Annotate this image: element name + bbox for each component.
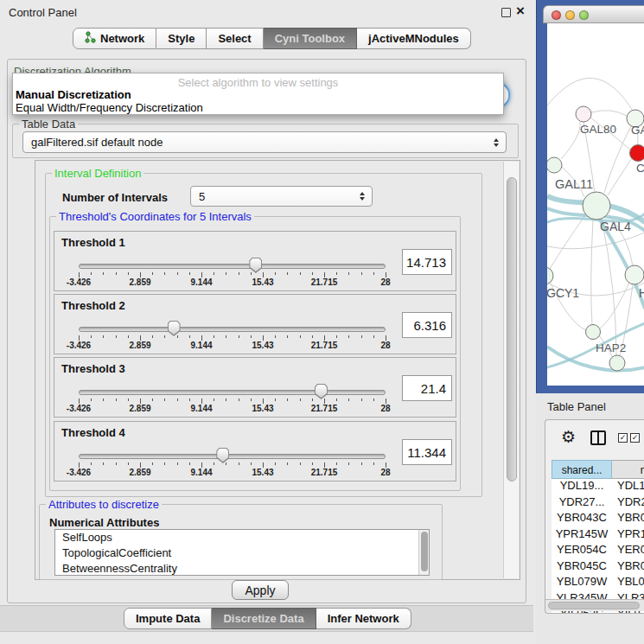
number-of-intervals-value: 5 [199, 190, 205, 203]
network-edge[interactable] [547, 78, 634, 112]
network-node[interactable] [547, 157, 562, 173]
close-icon[interactable]: × [516, 3, 525, 20]
tab-network[interactable]: Network [73, 28, 156, 49]
bottom-tab-infer-network[interactable]: Infer Network [316, 608, 411, 629]
network-edge[interactable] [604, 126, 631, 193]
attributes-list-scrollbar[interactable] [418, 530, 429, 575]
tick-label: 15.43 [252, 277, 273, 287]
name-cell[interactable]: YER0 [612, 543, 644, 559]
network-edge[interactable] [561, 122, 580, 159]
vertical-scrollbar[interactable] [503, 162, 519, 578]
minimize-traffic-light-icon[interactable] [565, 10, 575, 20]
attribute-item[interactable]: SelfLoops [55, 530, 429, 545]
checkbox-checked-icon[interactable]: ✓ [618, 433, 628, 443]
threshold-value-field[interactable]: 21.4 [402, 375, 452, 401]
threshold-slider-thumb[interactable] [315, 384, 328, 399]
zoom-traffic-light-icon[interactable] [579, 10, 589, 20]
network-node[interactable] [630, 145, 644, 162]
gear-icon[interactable]: ⚙ [561, 429, 576, 445]
threshold-slider-thumb[interactable] [168, 321, 181, 336]
numerical-attributes-list[interactable]: SelfLoopsTopologicalCoefficientBetweenne… [54, 529, 430, 576]
network-node[interactable] [609, 355, 625, 371]
name-cell[interactable]: YBR0 [612, 559, 644, 576]
threshold-slider-track[interactable] [79, 390, 386, 395]
attribute-item[interactable]: TopologicalCoefficient [55, 545, 429, 561]
columns-icon[interactable] [590, 430, 606, 445]
tab-cyni-toolbox[interactable]: Cyni Toolbox [264, 28, 357, 49]
threshold-slider-thumb[interactable] [216, 448, 229, 463]
network-edge[interactable] [591, 111, 627, 116]
tick-label: 15.43 [252, 341, 273, 350]
shared-name-cell[interactable]: YBR045C [552, 559, 612, 576]
horizontal-scrollbar-thumb[interactable] [548, 602, 640, 609]
shared-name-cell[interactable]: YBL079W [552, 575, 612, 591]
shared-name-cell[interactable]: YDL19... [552, 479, 612, 495]
horizontal-scrollbar[interactable] [545, 599, 644, 611]
table-row[interactable]: YDL19...YDL1 [552, 479, 644, 495]
network-node[interactable] [547, 267, 553, 284]
number-of-intervals-spinner[interactable]: 5 [190, 186, 373, 207]
checkbox-checked-icon-2[interactable]: ✓ [630, 433, 640, 443]
network-node[interactable] [586, 325, 601, 340]
network-edge[interactable] [591, 220, 593, 325]
table-column-header[interactable]: na [612, 460, 644, 479]
table-column-header[interactable]: shared... [552, 460, 612, 479]
table-row[interactable]: YER054CYER0 [552, 543, 644, 559]
table-data-combobox[interactable]: galFiltered.sif default node [22, 131, 507, 153]
threshold-slider-thumb[interactable] [249, 258, 262, 273]
network-edge[interactable] [608, 158, 632, 195]
algorithm-option-manual[interactable]: Manual Discretization [16, 88, 131, 101]
network-node[interactable] [625, 265, 644, 284]
shared-name-cell[interactable]: YPR145W [552, 527, 612, 544]
threshold-value-field[interactable]: 6.316 [402, 312, 452, 338]
shared-name-cell[interactable]: YDR27... [552, 495, 612, 512]
name-cell[interactable]: YDR2 [612, 495, 644, 512]
spinner-arrows-icon[interactable] [360, 192, 365, 201]
threshold-slider-track[interactable] [79, 454, 386, 459]
tick-label: 28 [380, 468, 390, 477]
bottom-tab-impute-data[interactable]: Impute Data [124, 608, 212, 629]
shared-name-cell[interactable]: YER054C [552, 543, 612, 559]
name-cell[interactable]: YBL0 [612, 575, 644, 591]
algorithm-option-equal-width[interactable]: Equal Width/Frequency Discretization [16, 101, 203, 114]
tab-jactivemnodules[interactable]: jActiveMNodules [357, 28, 471, 49]
name-cell[interactable]: YPR1 [612, 527, 644, 544]
tick-label: 28 [380, 277, 390, 287]
threshold-value-field[interactable]: 11.344 [402, 439, 452, 465]
name-cell[interactable]: YBR0 [612, 511, 644, 527]
threshold-slider-track[interactable] [79, 327, 386, 332]
network-edge[interactable] [547, 233, 644, 249]
vertical-scrollbar-thumb[interactable] [507, 177, 517, 481]
bottom-tab-discretize-data[interactable]: Discretize Data [212, 608, 316, 629]
threshold-value-field[interactable]: 14.713 [402, 249, 452, 275]
threshold-label: Threshold 4 [61, 426, 125, 439]
close-traffic-light-icon[interactable] [552, 10, 561, 20]
tick-label: 28 [380, 404, 390, 413]
table-row[interactable]: YBL079WYBL0 [552, 575, 644, 591]
shared-name-cell[interactable]: YBR043C [552, 511, 612, 527]
name-cell[interactable]: YDL1 [612, 479, 644, 495]
table-row[interactable]: YDR27...YDR2 [552, 495, 644, 512]
tab-style[interactable]: Style [156, 28, 207, 49]
network-edge[interactable] [550, 215, 585, 269]
apply-button[interactable]: Apply [232, 580, 289, 600]
network-canvas[interactable]: GAL80GACGAL11GAL4GCY1HHAP2 [547, 23, 644, 386]
network-edge[interactable] [602, 219, 616, 355]
float-window-icon[interactable] [501, 8, 511, 17]
attributes-list-scrollbar-thumb[interactable] [421, 532, 428, 571]
control-panel-title: Control Panel [9, 6, 77, 19]
attribute-item[interactable]: BetweennessCentrality [55, 561, 429, 576]
node-label: H [639, 286, 644, 300]
table-row[interactable]: YPR145WYPR1 [552, 527, 644, 544]
network-graph[interactable]: GAL80GACGAL11GAL4GCY1HHAP2 [547, 23, 644, 386]
tab-select[interactable]: Select [207, 28, 263, 49]
table-row[interactable]: YBR045CYBR0 [552, 559, 644, 576]
table-data-combobox-value: galFiltered.sif default node [31, 136, 163, 149]
combobox-arrows-icon[interactable] [494, 138, 499, 147]
node-label: GAL80 [580, 123, 616, 136]
table-row[interactable]: YBR043CYBR0 [552, 511, 644, 527]
network-window-titlebar[interactable] [543, 5, 644, 23]
network-node[interactable] [583, 192, 610, 220]
threshold-slider-track[interactable] [79, 264, 386, 269]
network-node[interactable] [576, 106, 591, 122]
